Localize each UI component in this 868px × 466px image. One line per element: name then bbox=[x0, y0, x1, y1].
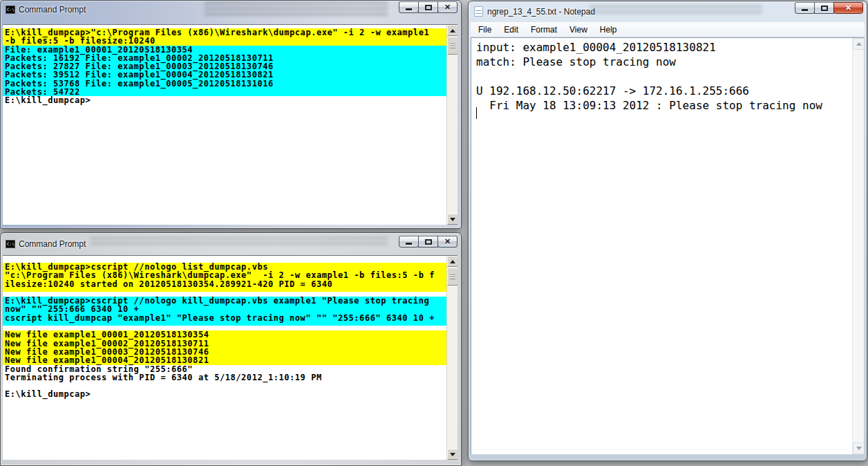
minimize-icon bbox=[406, 8, 412, 10]
text-line: input: example1_00004_20120518130821 bbox=[476, 40, 852, 55]
minimize-button[interactable] bbox=[399, 236, 419, 248]
menu-item[interactable]: Edit bbox=[498, 23, 525, 37]
console-lines: E:\kill_dumpcap>cscript //nologo list_du… bbox=[3, 256, 446, 399]
command-prompt-window-top: C:\ Command Prompt ✕ E:\kill_dumpcap>"c:… bbox=[0, 0, 462, 229]
text-line: match: Please stop tracing now bbox=[476, 55, 852, 69]
title-bar[interactable]: C:\ Command Prompt ✕ bbox=[1, 233, 461, 255]
menu-item[interactable]: Help bbox=[594, 23, 623, 37]
background-blur bbox=[205, 2, 388, 16]
console-line: E:\kill_dumpcap> bbox=[3, 96, 446, 104]
text-lines: input: example1_00004_20120518130821matc… bbox=[471, 38, 852, 127]
title-bar[interactable]: ngrep_13_4_55.txt - Notepad ✕ bbox=[469, 1, 867, 22]
maximize-icon bbox=[425, 5, 432, 10]
text-line bbox=[476, 113, 852, 127]
menu-bar: FileEditFormatViewHelp bbox=[471, 22, 865, 37]
title-bar[interactable]: C:\ Command Prompt ✕ bbox=[1, 1, 461, 24]
maximize-icon bbox=[425, 239, 432, 245]
arrow-down-icon bbox=[856, 447, 862, 450]
menu-item[interactable]: Format bbox=[525, 23, 563, 37]
console-line: E:\kill_dumpcap> bbox=[3, 390, 446, 398]
console-line: New file example1_00001_20120518130354 bbox=[3, 330, 446, 339]
text-line: Fri May 18 13:09:13 2012 : Please stop t… bbox=[476, 98, 852, 113]
text-line bbox=[476, 69, 852, 84]
console-line: New file example1_00004_20120518130821 bbox=[3, 356, 446, 364]
minimize-button[interactable] bbox=[795, 2, 815, 14]
console-line: ilesize:10240 started on 20120518130354.… bbox=[3, 280, 446, 288]
menu-item[interactable]: File bbox=[472, 23, 498, 37]
command-prompt-icon: C:\ bbox=[6, 6, 15, 14]
maximize-button[interactable] bbox=[418, 1, 438, 13]
minimize-icon bbox=[406, 243, 412, 245]
arrow-up-icon bbox=[450, 260, 455, 263]
scroll-down-button[interactable] bbox=[447, 449, 457, 460]
window-title: Command Prompt bbox=[19, 239, 86, 249]
caption-buttons: ✕ bbox=[399, 1, 457, 13]
console-line: Found confirmation string "255:666" bbox=[3, 365, 446, 373]
console-line: "c:\Program Files (x86)\Wireshark\dumpca… bbox=[3, 271, 446, 279]
scroll-up-button[interactable] bbox=[853, 38, 865, 50]
notepad-window: ngrep_13_4_55.txt - Notepad ✕ FileEditFo… bbox=[468, 1, 867, 461]
console-line: now" "" 255:666 6340 10 + bbox=[3, 305, 446, 313]
background-blur bbox=[589, 6, 762, 16]
text-line: U 192.168.12.50:62217 -> 172.16.1.255:66… bbox=[476, 84, 852, 98]
caption-buttons: ✕ bbox=[399, 236, 457, 248]
close-icon: ✕ bbox=[444, 238, 451, 245]
command-prompt-window-bottom: C:\ Command Prompt ✕ E:\kill_dumpcap>csc… bbox=[0, 232, 462, 466]
minimize-button[interactable] bbox=[399, 1, 419, 13]
arrow-up-icon bbox=[856, 42, 862, 46]
caption-buttons: ✕ bbox=[795, 2, 863, 14]
arrow-down-icon bbox=[450, 453, 455, 456]
background-blur bbox=[91, 237, 388, 248]
console-line: -b files:5 -b filesize:10240 bbox=[3, 37, 446, 45]
grip-icon bbox=[450, 44, 455, 48]
close-icon: ✕ bbox=[444, 3, 451, 11]
close-button[interactable]: ✕ bbox=[833, 2, 863, 14]
vertical-scrollbar[interactable] bbox=[446, 25, 457, 225]
menu-item[interactable]: View bbox=[563, 23, 594, 37]
console-line: Terminating process with PID = 6340 at 5… bbox=[3, 373, 446, 382]
minimize-icon bbox=[802, 9, 808, 11]
scroll-up-button[interactable] bbox=[447, 256, 457, 267]
notepad-icon bbox=[474, 6, 483, 17]
maximize-button[interactable] bbox=[418, 236, 438, 248]
scroll-down-button[interactable] bbox=[853, 442, 865, 454]
arrow-down-icon bbox=[450, 218, 455, 221]
close-button[interactable]: ✕ bbox=[437, 236, 457, 248]
console-output-area: E:\kill_dumpcap>cscript //nologo list_du… bbox=[3, 255, 457, 460]
console-line: cscript kill_dumpcap "example1" "Please … bbox=[3, 314, 446, 322]
command-prompt-icon: C:\ bbox=[6, 240, 15, 248]
vertical-scrollbar[interactable] bbox=[852, 38, 864, 454]
close-button[interactable]: ✕ bbox=[437, 1, 457, 13]
text-edit-area[interactable]: input: example1_00004_20120518130821matc… bbox=[471, 37, 865, 455]
maximize-button[interactable] bbox=[814, 2, 834, 14]
close-icon: ✕ bbox=[845, 4, 851, 12]
scroll-up-button[interactable] bbox=[447, 25, 457, 36]
vertical-scrollbar[interactable] bbox=[446, 256, 457, 460]
window-title: ngrep_13_4_55.txt - Notepad bbox=[487, 7, 595, 17]
console-output-area: E:\kill_dumpcap>"c:\Program Files (x86)\… bbox=[3, 24, 457, 225]
window-title: Command Prompt bbox=[19, 5, 86, 15]
scrollbar-thumb[interactable] bbox=[447, 37, 457, 55]
scroll-down-button[interactable] bbox=[447, 214, 457, 225]
scrollbar-thumb[interactable] bbox=[447, 268, 457, 286]
grip-icon bbox=[450, 274, 455, 279]
console-line: Packets: 39512 File: example1_00004_2012… bbox=[3, 71, 446, 79]
maximize-icon bbox=[821, 6, 828, 11]
text-cursor bbox=[476, 107, 477, 119]
arrow-up-icon bbox=[450, 29, 455, 32]
console-lines: E:\kill_dumpcap>"c:\Program Files (x86)\… bbox=[3, 25, 446, 105]
